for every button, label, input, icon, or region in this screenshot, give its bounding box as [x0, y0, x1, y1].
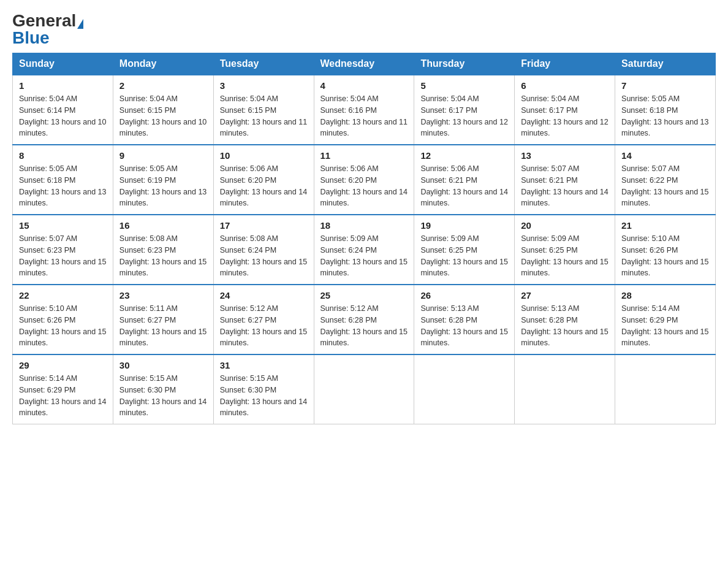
header-sunday: Sunday	[13, 53, 113, 75]
calendar-cell: 12Sunrise: 5:06 AMSunset: 6:21 PMDayligh…	[414, 145, 515, 215]
day-number: 11	[320, 150, 408, 161]
day-number: 5	[420, 80, 508, 91]
calendar-cell: 21Sunrise: 5:10 AMSunset: 6:26 PMDayligh…	[615, 215, 716, 285]
day-number: 12	[420, 150, 508, 161]
calendar-cell	[515, 354, 615, 424]
calendar-cell: 8Sunrise: 5:05 AMSunset: 6:18 PMDaylight…	[13, 145, 113, 215]
day-number: 9	[119, 150, 207, 161]
page-header: General Blue	[12, 12, 716, 47]
day-info: Sunrise: 5:13 AMSunset: 6:28 PMDaylight:…	[420, 303, 508, 349]
day-info: Sunrise: 5:10 AMSunset: 6:26 PMDaylight:…	[621, 233, 709, 279]
header-wednesday: Wednesday	[314, 53, 414, 75]
day-info: Sunrise: 5:04 AMSunset: 6:17 PMDaylight:…	[521, 93, 609, 139]
calendar-cell: 16Sunrise: 5:08 AMSunset: 6:23 PMDayligh…	[113, 215, 213, 285]
week-row-4: 22Sunrise: 5:10 AMSunset: 6:26 PMDayligh…	[13, 285, 716, 354]
day-number: 28	[621, 290, 709, 301]
day-info: Sunrise: 5:05 AMSunset: 6:19 PMDaylight:…	[119, 163, 207, 209]
calendar-cell: 26Sunrise: 5:13 AMSunset: 6:28 PMDayligh…	[414, 285, 515, 354]
day-number: 3	[220, 80, 308, 91]
day-info: Sunrise: 5:09 AMSunset: 6:25 PMDaylight:…	[420, 233, 508, 279]
calendar-cell: 15Sunrise: 5:07 AMSunset: 6:23 PMDayligh…	[13, 215, 113, 285]
day-number: 13	[521, 150, 609, 161]
calendar-cell: 14Sunrise: 5:07 AMSunset: 6:22 PMDayligh…	[615, 145, 716, 215]
day-number: 4	[320, 80, 408, 91]
calendar-cell: 4Sunrise: 5:04 AMSunset: 6:16 PMDaylight…	[314, 75, 414, 145]
day-info: Sunrise: 5:09 AMSunset: 6:25 PMDaylight:…	[521, 233, 609, 279]
day-info: Sunrise: 5:14 AMSunset: 6:29 PMDaylight:…	[621, 303, 709, 349]
calendar-table: SundayMondayTuesdayWednesdayThursdayFrid…	[12, 53, 716, 424]
day-info: Sunrise: 5:07 AMSunset: 6:22 PMDaylight:…	[621, 163, 709, 209]
calendar-cell: 9Sunrise: 5:05 AMSunset: 6:19 PMDaylight…	[113, 145, 213, 215]
day-number: 14	[621, 150, 709, 161]
day-info: Sunrise: 5:08 AMSunset: 6:23 PMDaylight:…	[119, 233, 207, 279]
week-row-5: 29Sunrise: 5:14 AMSunset: 6:29 PMDayligh…	[13, 354, 716, 424]
day-info: Sunrise: 5:15 AMSunset: 6:30 PMDaylight:…	[220, 373, 308, 419]
day-info: Sunrise: 5:05 AMSunset: 6:18 PMDaylight:…	[621, 93, 709, 139]
calendar-cell: 6Sunrise: 5:04 AMSunset: 6:17 PMDaylight…	[515, 75, 615, 145]
day-info: Sunrise: 5:05 AMSunset: 6:18 PMDaylight:…	[19, 163, 107, 209]
day-info: Sunrise: 5:04 AMSunset: 6:15 PMDaylight:…	[220, 93, 308, 139]
day-info: Sunrise: 5:07 AMSunset: 6:23 PMDaylight:…	[19, 233, 107, 279]
day-number: 15	[19, 220, 107, 231]
day-number: 1	[19, 80, 107, 91]
day-number: 21	[621, 220, 709, 231]
calendar-cell: 20Sunrise: 5:09 AMSunset: 6:25 PMDayligh…	[515, 215, 615, 285]
calendar-cell: 10Sunrise: 5:06 AMSunset: 6:20 PMDayligh…	[213, 145, 314, 215]
day-info: Sunrise: 5:06 AMSunset: 6:21 PMDaylight:…	[420, 163, 508, 209]
day-number: 16	[119, 220, 207, 231]
day-number: 25	[320, 290, 408, 301]
day-number: 29	[19, 360, 107, 370]
calendar-cell: 25Sunrise: 5:12 AMSunset: 6:28 PMDayligh…	[314, 285, 414, 354]
week-row-1: 1Sunrise: 5:04 AMSunset: 6:14 PMDaylight…	[13, 75, 716, 145]
calendar-cell: 18Sunrise: 5:09 AMSunset: 6:24 PMDayligh…	[314, 215, 414, 285]
day-info: Sunrise: 5:12 AMSunset: 6:27 PMDaylight:…	[220, 303, 308, 349]
day-info: Sunrise: 5:08 AMSunset: 6:24 PMDaylight:…	[220, 233, 308, 279]
day-info: Sunrise: 5:04 AMSunset: 6:15 PMDaylight:…	[119, 93, 207, 139]
day-info: Sunrise: 5:04 AMSunset: 6:14 PMDaylight:…	[19, 93, 107, 139]
day-info: Sunrise: 5:15 AMSunset: 6:30 PMDaylight:…	[119, 373, 207, 419]
calendar-cell: 7Sunrise: 5:05 AMSunset: 6:18 PMDaylight…	[615, 75, 716, 145]
calendar-cell: 1Sunrise: 5:04 AMSunset: 6:14 PMDaylight…	[13, 75, 113, 145]
calendar-cell: 13Sunrise: 5:07 AMSunset: 6:21 PMDayligh…	[515, 145, 615, 215]
logo-triangle-icon	[77, 19, 83, 29]
week-row-2: 8Sunrise: 5:05 AMSunset: 6:18 PMDaylight…	[13, 145, 716, 215]
day-number: 24	[220, 290, 308, 301]
day-number: 7	[621, 80, 709, 91]
header-monday: Monday	[113, 53, 213, 75]
day-info: Sunrise: 5:09 AMSunset: 6:24 PMDaylight:…	[320, 233, 408, 279]
calendar-cell: 19Sunrise: 5:09 AMSunset: 6:25 PMDayligh…	[414, 215, 515, 285]
header-saturday: Saturday	[615, 53, 716, 75]
week-row-3: 15Sunrise: 5:07 AMSunset: 6:23 PMDayligh…	[13, 215, 716, 285]
calendar-cell: 11Sunrise: 5:06 AMSunset: 6:20 PMDayligh…	[314, 145, 414, 215]
calendar-cell: 31Sunrise: 5:15 AMSunset: 6:30 PMDayligh…	[213, 354, 314, 424]
day-number: 17	[220, 220, 308, 231]
calendar-cell	[314, 354, 414, 424]
calendar-cell: 24Sunrise: 5:12 AMSunset: 6:27 PMDayligh…	[213, 285, 314, 354]
day-number: 8	[19, 150, 107, 161]
day-info: Sunrise: 5:13 AMSunset: 6:28 PMDaylight:…	[521, 303, 609, 349]
calendar-cell	[615, 354, 716, 424]
header-friday: Friday	[515, 53, 615, 75]
day-info: Sunrise: 5:06 AMSunset: 6:20 PMDaylight:…	[220, 163, 308, 209]
calendar-cell: 27Sunrise: 5:13 AMSunset: 6:28 PMDayligh…	[515, 285, 615, 354]
logo-general-text: General	[12, 11, 76, 30]
day-number: 31	[220, 360, 308, 370]
calendar-cell: 2Sunrise: 5:04 AMSunset: 6:15 PMDaylight…	[113, 75, 213, 145]
calendar-cell: 5Sunrise: 5:04 AMSunset: 6:17 PMDaylight…	[414, 75, 515, 145]
calendar-cell: 29Sunrise: 5:14 AMSunset: 6:29 PMDayligh…	[13, 354, 113, 424]
day-number: 20	[521, 220, 609, 231]
day-number: 6	[521, 80, 609, 91]
calendar-cell: 17Sunrise: 5:08 AMSunset: 6:24 PMDayligh…	[213, 215, 314, 285]
day-info: Sunrise: 5:14 AMSunset: 6:29 PMDaylight:…	[19, 373, 107, 419]
day-number: 23	[119, 290, 207, 301]
calendar-cell: 23Sunrise: 5:11 AMSunset: 6:27 PMDayligh…	[113, 285, 213, 354]
calendar-cell: 22Sunrise: 5:10 AMSunset: 6:26 PMDayligh…	[13, 285, 113, 354]
day-info: Sunrise: 5:04 AMSunset: 6:16 PMDaylight:…	[320, 93, 408, 139]
day-number: 2	[119, 80, 207, 91]
header-row: SundayMondayTuesdayWednesdayThursdayFrid…	[13, 53, 716, 75]
day-info: Sunrise: 5:10 AMSunset: 6:26 PMDaylight:…	[19, 303, 107, 349]
header-thursday: Thursday	[414, 53, 515, 75]
header-tuesday: Tuesday	[213, 53, 314, 75]
day-number: 22	[19, 290, 107, 301]
day-info: Sunrise: 5:12 AMSunset: 6:28 PMDaylight:…	[320, 303, 408, 349]
